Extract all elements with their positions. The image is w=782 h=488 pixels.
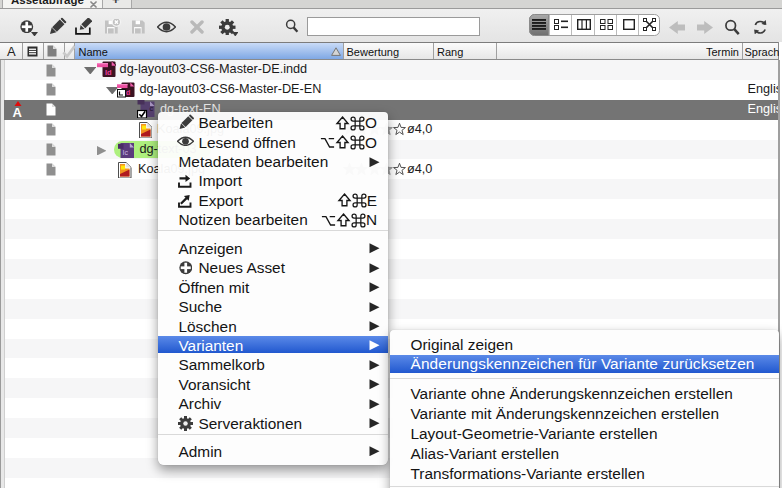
svg-text:Id: Id: [105, 68, 112, 77]
svg-text:c: c: [149, 104, 153, 113]
svg-text:Ic: Ic: [122, 149, 128, 156]
svg-text:d: d: [126, 88, 130, 95]
svg-text:A: A: [13, 105, 23, 119]
